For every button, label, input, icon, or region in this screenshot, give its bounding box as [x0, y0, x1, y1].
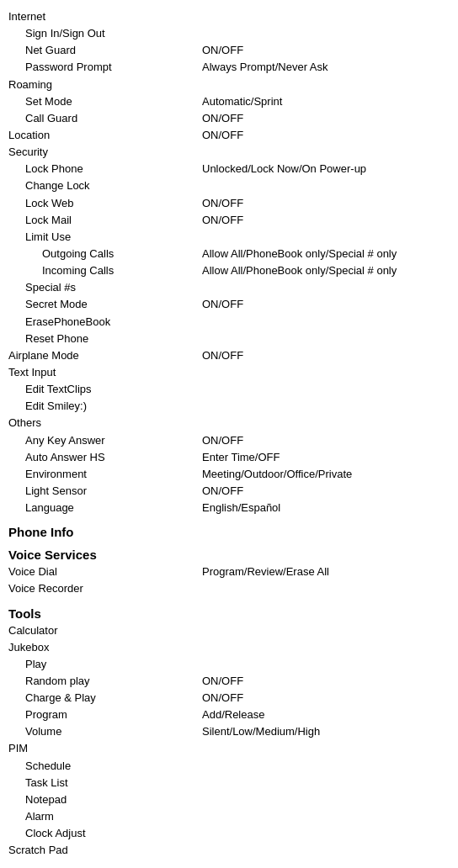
menu-value: ON/OFF: [202, 197, 243, 209]
menu-label: Location: [8, 129, 50, 141]
list-item: ProgramAdd/Release: [8, 707, 450, 723]
menu-label: Light Sensor: [25, 484, 87, 497]
menu-label: Notepad: [25, 793, 67, 806]
list-item: Roaming: [8, 77, 450, 93]
list-item: Incoming CallsAllow All/PhoneBook only/S…: [8, 262, 450, 279]
menu-value: Allow All/PhoneBook only/Special # only: [202, 247, 397, 260]
menu-label: Internet: [8, 10, 45, 23]
list-item: Text Input: [8, 364, 450, 381]
menu-label: Voice Recorder: [8, 582, 83, 595]
menu-label: Program: [25, 708, 67, 721]
menu-label: Reset Phone: [25, 332, 88, 345]
menu-label: Voice Dial: [8, 565, 57, 578]
menu-label: Incoming Calls: [42, 264, 114, 277]
page-content: InternetSign In/Sign OutNet GuardON/OFFP…: [0, 0, 458, 868]
list-item: PIM: [8, 740, 450, 757]
menu-value: ON/OFF: [202, 112, 243, 124]
list-item: Alarm: [8, 808, 450, 825]
menu-value: Meeting/Outdoor/Office/Private: [202, 468, 352, 480]
menu-label: Limit Use: [25, 230, 71, 243]
list-item: Clock Adjust: [8, 825, 450, 842]
menu-value: ON/OFF: [202, 298, 243, 310]
list-item: Schedule: [8, 758, 450, 775]
menu-label: PIM: [8, 742, 28, 754]
menu-value: ON/OFF: [202, 349, 243, 362]
menu-label: Call Guard: [25, 112, 77, 124]
menu-label: Set Mode: [25, 95, 72, 108]
menu-value: English/Español: [202, 501, 280, 514]
menu-label: Alarm: [25, 810, 54, 823]
menu-value: Silent/Low/Medium/High: [202, 725, 320, 738]
menu-value: ON/OFF: [202, 434, 243, 447]
list-item: Others: [8, 415, 450, 431]
menu-value: ON/OFF: [202, 691, 243, 704]
menu-label: Edit Smiley:): [25, 400, 87, 412]
menu-value: ON/OFF: [202, 214, 243, 226]
menu-value: Add/Release: [202, 708, 264, 721]
list-item: LocationON/OFF: [8, 127, 450, 144]
menu-value: ON/OFF: [202, 675, 243, 687]
list-item: Lock PhoneUnlocked/Lock Now/On Power-up: [8, 161, 450, 177]
menu-label: Change Lock: [25, 179, 90, 192]
menu-label: Lock Phone: [25, 162, 83, 175]
list-item: Voice DialProgram/Review/Erase All: [8, 564, 450, 580]
menu-label: Clock Adjust: [25, 827, 86, 839]
menu-label: Schedule: [25, 760, 71, 772]
list-item: Any Key AnswerON/OFF: [8, 432, 450, 449]
list-item: Secret ModeON/OFF: [8, 296, 450, 313]
list-item: Airplane ModeON/OFF: [8, 347, 450, 364]
menu-value: Program/Review/Erase All: [202, 565, 329, 578]
list-item: Play: [8, 656, 450, 673]
menu-label: Lock Mail: [25, 214, 72, 226]
menu-label: Secret Mode: [25, 298, 88, 310]
menu-label: Task List: [25, 776, 68, 789]
list-item: Change Lock: [8, 177, 450, 194]
list-item: Task List: [8, 775, 450, 791]
list-item: Edit TextClips: [8, 381, 450, 398]
section-header: Phone Info: [8, 525, 450, 539]
list-item: Light SensorON/OFF: [8, 483, 450, 500]
menu-label: Text Input: [8, 366, 56, 378]
menu-label: Airplane Mode: [8, 349, 79, 362]
list-item: EnvironmentMeeting/Outdoor/Office/Privat…: [8, 466, 450, 483]
menu-label: Calculator: [8, 624, 58, 637]
section-header: Voice Services: [8, 548, 450, 562]
menu-label: Password Prompt: [25, 61, 112, 73]
menu-label: Security: [8, 146, 48, 158]
list-item: Limit Use: [8, 229, 450, 246]
list-item: Edit Smiley:): [8, 398, 450, 415]
list-item: Reset Phone: [8, 331, 450, 347]
menu-label: Others: [8, 416, 41, 429]
menu-value: Unlocked/Lock Now/On Power-up: [202, 162, 366, 175]
list-item: Jukebox: [8, 639, 450, 656]
sections-area: Phone InfoVoice ServicesVoice DialProgra…: [8, 525, 450, 859]
menu-value: Enter Time/OFF: [202, 451, 280, 463]
menu-label: Sign In/Sign Out: [25, 27, 105, 40]
list-item: Voice Recorder: [8, 580, 450, 597]
menu-value: ON/OFF: [202, 484, 243, 497]
list-item: VolumeSilent/Low/Medium/High: [8, 723, 450, 740]
list-item: Calculator: [8, 622, 450, 639]
list-item: Lock WebON/OFF: [8, 195, 450, 212]
menu-value: Always Prompt/Never Ask: [202, 61, 328, 73]
menu-label: Language: [25, 501, 74, 514]
menu-label: Play: [25, 658, 46, 670]
list-item: Lock MailON/OFF: [8, 212, 450, 229]
list-item: Special #s: [8, 279, 450, 296]
menu-label: Any Key Answer: [25, 434, 105, 447]
list-item: Net GuardON/OFF: [8, 42, 450, 59]
menu-value: Automatic/Sprint: [202, 95, 282, 108]
menu-label: Charge & Play: [25, 691, 96, 704]
list-item: LanguageEnglish/Español: [8, 500, 450, 516]
list-item: Outgoing CallsAllow All/PhoneBook only/S…: [8, 246, 450, 262]
menu-value: ON/OFF: [202, 129, 243, 141]
list-item: Password PromptAlways Prompt/Never Ask: [8, 59, 450, 76]
top-menu: InternetSign In/Sign OutNet GuardON/OFFP…: [8, 8, 450, 516]
menu-label: Environment: [25, 468, 87, 480]
list-item: ErasePhoneBook: [8, 314, 450, 331]
list-item: Internet: [8, 8, 450, 25]
list-item: Scratch Pad: [8, 842, 450, 859]
list-item: Random playON/OFF: [8, 673, 450, 690]
menu-label: Edit TextClips: [25, 383, 92, 395]
menu-value: Allow All/PhoneBook only/Special # only: [202, 264, 397, 277]
